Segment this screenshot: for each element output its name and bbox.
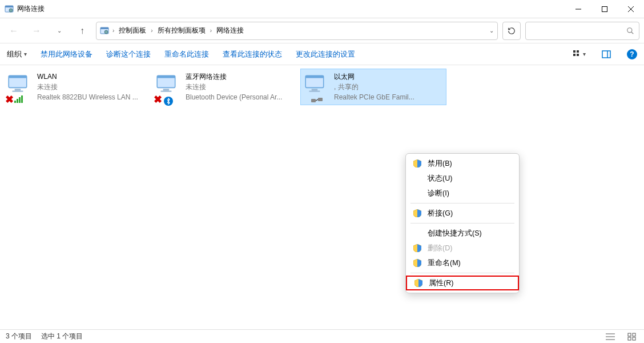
ctx-diagnose[interactable]: 诊断(I) [406,186,519,201]
breadcrumb-icon [100,26,109,35]
help-button[interactable]: ? [627,49,637,59]
shield-icon [414,279,423,287]
refresh-button[interactable] [502,22,521,40]
svg-line-12 [631,31,634,34]
search-input[interactable] [525,22,639,40]
up-button[interactable]: ↑ [73,22,91,40]
ctx-bridge[interactable]: 桥接(G) [406,206,519,221]
svg-rect-8 [602,6,607,11]
adapter-status: 未连接 [186,82,295,92]
content-area: ✖ WLAN 未连接 Realtek 8822BU Wireless LAN .… [0,65,644,109]
organize-menu[interactable]: 组织 ▾ [7,49,27,59]
svg-rect-23 [311,99,316,102]
command-bar: 组织 ▾ 禁用此网络设备 诊断这个连接 重命名此连接 查看此连接的状态 更改此连… [0,43,644,65]
adapter-status: , 共享的 [334,82,444,92]
ctx-status[interactable]: 状态(U) [406,171,519,186]
ctx-label: 创建快捷方式(S) [428,229,482,238]
disconnected-x-icon: ✖ [5,93,14,106]
ctx-properties[interactable]: 属性(R) [406,276,519,290]
ctx-disable[interactable]: 禁用(B) [406,156,519,171]
large-icons-view-button[interactable] [626,332,638,342]
ctx-label: 状态(U) [428,174,452,184]
context-menu: 禁用(B) 状态(U) 诊断(I) 桥接(G) 创建快捷方式(S) 删除(D) … [405,153,520,293]
adapter-wlan[interactable]: ✖ WLAN 未连接 Realtek 8822BU Wireless LAN .… [3,69,150,105]
adapter-device: Bluetooth Device (Personal Ar... [186,92,295,102]
adapter-name: 以太网 [334,71,444,82]
bluetooth-icon [164,97,173,106]
cmd-diagnose[interactable]: 诊断这个连接 [106,49,151,59]
back-button[interactable]: ← [5,22,23,40]
adapter-bluetooth[interactable]: ✖ 蓝牙网络连接 未连接 Bluetooth Device (Personal … [152,69,298,105]
disconnected-x-icon: ✖ [154,93,162,106]
item-count: 3 个项目 [6,332,32,341]
navigation-bar: ← → ⌄ ↑ › 控制面板 › 所有控制面板项 › 网络连接 ⌄ [0,18,644,43]
menu-separator [410,223,514,224]
svg-rect-30 [628,337,631,340]
adapter-device: Realtek 8822BU Wireless LAN ... [37,92,147,102]
crumb-control-panel[interactable]: 控制面板 [118,26,147,35]
recent-dropdown[interactable]: ⌄ [50,22,69,40]
app-icon [5,5,14,14]
chevron-right-icon: › [151,27,152,34]
ctx-label: 诊断(I) [428,189,449,198]
bluetooth-adapter-icon: ✖ [155,71,182,102]
address-dropdown-icon[interactable]: ⌄ [489,27,494,34]
svg-rect-14 [577,50,579,53]
shield-icon [413,244,422,252]
chevron-down-icon: ▾ [24,51,27,57]
chevron-right-icon: › [210,27,212,34]
crumb-network-connections[interactable]: 网络连接 [215,26,245,35]
wlan-icon: ✖ [6,71,34,102]
selection-count: 选中 1 个项目 [41,332,83,341]
search-icon [626,27,634,35]
adapter-name: WLAN [37,71,147,82]
ethernet-adapter-icon [303,71,331,102]
svg-rect-15 [573,54,575,56]
svg-rect-29 [633,333,635,336]
details-view-button[interactable] [604,332,617,342]
svg-rect-22 [21,95,23,103]
svg-rect-28 [628,333,631,336]
svg-rect-24 [318,98,323,101]
adapter-name: 蓝牙网络连接 [186,71,295,82]
breadcrumb[interactable]: › 控制面板 › 所有控制面板项 › 网络连接 ⌄ [96,22,498,40]
ctx-create-shortcut[interactable]: 创建快捷方式(S) [406,226,519,241]
svg-point-11 [627,27,632,32]
cmd-rename[interactable]: 重命名此连接 [164,49,209,59]
cmd-disable-device[interactable]: 禁用此网络设备 [41,49,92,59]
ctx-label: 删除(D) [428,244,452,253]
title-bar: 网络连接 [0,0,644,18]
signal-bars-icon [14,95,25,105]
svg-rect-20 [17,99,18,103]
ethernet-cable-icon [311,96,323,106]
close-button[interactable] [618,0,644,18]
ctx-label: 重命名(M) [428,258,461,268]
forward-button[interactable]: → [27,22,46,40]
svg-rect-19 [14,101,16,103]
ctx-delete: 删除(D) [406,241,519,256]
window-controls [565,0,644,18]
adapter-ethernet[interactable]: 以太网 , 共享的 Realtek PCIe GbE Famil... [300,69,446,105]
svg-rect-13 [573,50,575,53]
ctx-rename[interactable]: 重命名(M) [406,256,519,270]
adapter-status: 未连接 [37,82,147,92]
svg-rect-16 [577,54,579,56]
view-options-button[interactable]: ▾ [572,47,586,61]
menu-separator [410,273,514,273]
window-title: 网络连接 [17,4,565,14]
cmd-view-status[interactable]: 查看此连接的状态 [223,49,282,59]
minimize-button[interactable] [565,0,591,18]
shield-icon [413,159,422,167]
cmd-change-settings[interactable]: 更改此连接的设置 [296,49,355,59]
crumb-all-items[interactable]: 所有控制面板项 [156,26,207,35]
shield-icon [413,259,422,267]
adapter-device: Realtek PCIe GbE Famil... [334,92,444,102]
preview-pane-button[interactable] [599,47,613,61]
maximize-button[interactable] [591,0,618,18]
svg-rect-31 [633,337,635,340]
shield-icon [413,209,422,217]
chevron-right-icon: › [112,27,114,34]
ctx-label: 桥接(G) [428,209,453,218]
ctx-label: 禁用(B) [428,159,452,169]
ctx-label: 属性(R) [429,278,453,288]
